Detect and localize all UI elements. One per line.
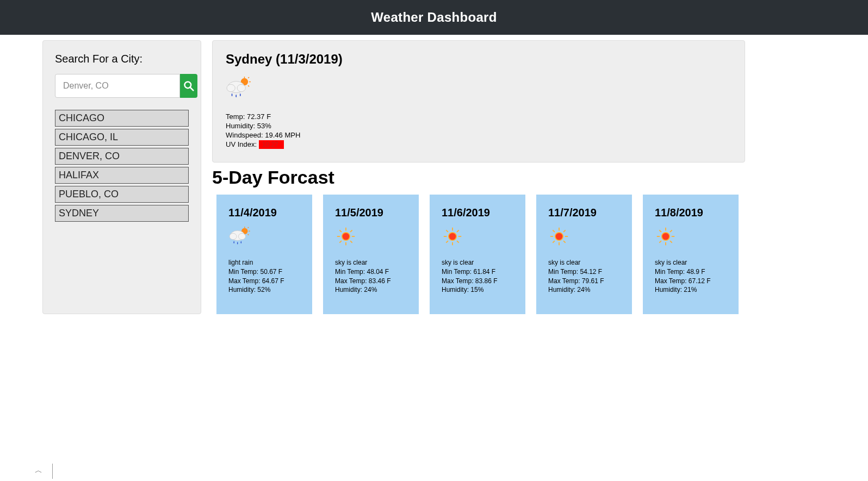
current-weather-panel: Sydney (11/3/2019) Temp: 72.37 F Humidit…	[212, 40, 745, 163]
sun-icon	[442, 227, 463, 246]
forecast-date: 11/5/2019	[335, 207, 407, 219]
main: Sydney (11/3/2019) Temp: 72.37 F Humidit…	[212, 40, 745, 314]
sun-icon	[655, 227, 677, 246]
history-list: CHICAGOCHICAGO, ILDENVER, COHALIFAXPUEBL…	[55, 110, 189, 222]
wind-value: 19.46 MPH	[265, 131, 300, 139]
forecast-card: 11/4/2019light rainMin Temp: 50.67 FMax …	[216, 195, 312, 314]
forecast-card: 11/6/2019sky is clearMin Temp: 61.84 FMa…	[430, 195, 525, 314]
forecast-max: Max Temp: 79.61 F	[548, 277, 620, 286]
forecast-card: 11/7/2019sky is clearMin Temp: 54.12 FMa…	[536, 195, 632, 314]
forecast-min: Min Temp: 48.9 F	[655, 267, 727, 277]
history-item[interactable]: CHICAGO, IL	[55, 129, 189, 146]
sidebar: Search For a City: CHICAGOCHICAGO, ILDEN…	[42, 40, 201, 314]
forecast-desc: sky is clear	[655, 258, 727, 267]
forecast-max: Max Temp: 83.86 F	[442, 277, 513, 286]
forecast-row: 11/4/2019light rainMin Temp: 50.67 FMax …	[212, 195, 745, 314]
forecast-card: 11/8/2019sky is clearMin Temp: 48.9 FMax…	[643, 195, 739, 314]
forecast-date: 11/7/2019	[548, 207, 620, 219]
uv-badge: 10.27	[259, 140, 284, 149]
forecast-hum: Humidity: 24%	[335, 285, 407, 295]
forecast-date: 11/4/2019	[228, 207, 300, 219]
forecast-max: Max Temp: 67.12 F	[655, 277, 727, 286]
humidity-label: Humidity:	[226, 122, 257, 130]
history-item[interactable]: HALIFAX	[55, 167, 189, 184]
forecast-max: Max Temp: 83.46 F	[335, 277, 407, 286]
search-icon	[183, 80, 194, 91]
forecast-hum: Humidity: 15%	[442, 285, 513, 295]
forecast-date: 11/6/2019	[442, 207, 513, 219]
search-label: Search For a City:	[55, 53, 189, 65]
forecast-desc: sky is clear	[335, 258, 407, 267]
history-item[interactable]: DENVER, CO	[55, 148, 189, 165]
forecast-hum: Humidity: 21%	[655, 285, 727, 295]
rain-sun-icon	[228, 227, 250, 246]
current-stats: Temp: 72.37 F Humidity: 53% Windspeed: 1…	[226, 113, 731, 149]
current-uv: UV Index: 10.27	[226, 140, 731, 149]
search-button[interactable]	[180, 74, 197, 98]
search-input[interactable]	[55, 74, 180, 98]
history-item[interactable]: PUEBLO, CO	[55, 186, 189, 203]
forecast-min: Min Temp: 48.04 F	[335, 267, 407, 277]
forecast-title: 5-Day Forcast	[212, 167, 745, 188]
sun-icon	[548, 227, 570, 246]
sun-icon	[335, 227, 357, 246]
temp-label: Temp:	[226, 113, 247, 121]
header-title: Weather Dashboard	[371, 10, 497, 24]
forecast-min: Min Temp: 50.67 F	[228, 267, 300, 277]
forecast-card: 11/5/2019sky is clearMin Temp: 48.04 FMa…	[323, 195, 419, 314]
header: Weather Dashboard	[0, 0, 868, 35]
forecast-hum: Humidity: 24%	[548, 285, 620, 295]
history-item[interactable]: SYDNEY	[55, 205, 189, 222]
forecast-desc: light rain	[228, 258, 300, 267]
current-humidity: Humidity: 53%	[226, 122, 731, 130]
search-row	[55, 74, 189, 98]
forecast-desc: sky is clear	[548, 258, 620, 267]
temp-value: 72.37 F	[247, 113, 271, 121]
current-wind: Windspeed: 19.46 MPH	[226, 131, 731, 139]
forecast-min: Min Temp: 61.84 F	[442, 267, 513, 277]
uv-label: UV Index:	[226, 140, 259, 148]
current-city-title: Sydney (11/3/2019)	[226, 52, 731, 67]
rain-sun-icon	[226, 77, 251, 99]
wind-label: Windspeed:	[226, 131, 265, 139]
forecast-min: Min Temp: 54.12 F	[548, 267, 620, 277]
current-temp: Temp: 72.37 F	[226, 113, 731, 121]
forecast-hum: Humidity: 52%	[228, 285, 300, 295]
forecast-max: Max Temp: 64.67 F	[228, 277, 300, 286]
history-item[interactable]: CHICAGO	[55, 110, 189, 127]
humidity-value: 53%	[257, 122, 271, 130]
forecast-date: 11/8/2019	[655, 207, 727, 219]
forecast-desc: sky is clear	[442, 258, 513, 267]
